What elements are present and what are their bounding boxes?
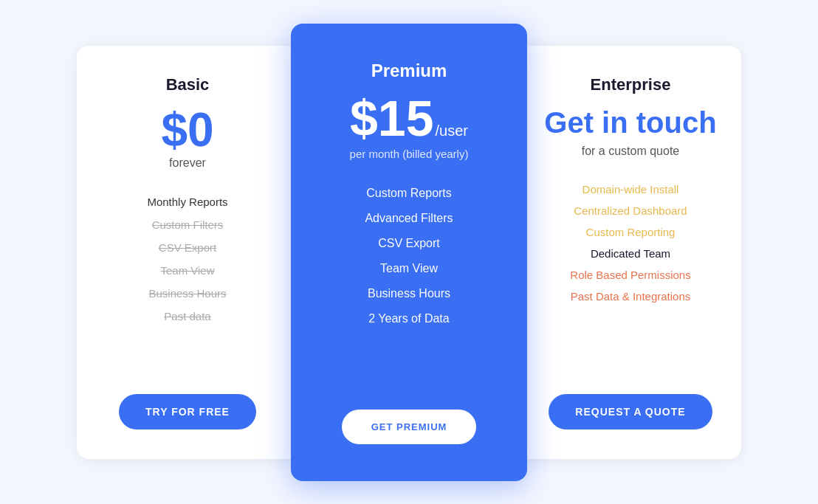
- pricing-container: Basic $0 forever Monthly Reports Custom …: [0, 24, 818, 481]
- premium-feature-1: Custom Reports: [313, 181, 505, 206]
- premium-billing-period: per month (billed yearly): [350, 148, 469, 160]
- enterprise-price-label: Get in touch: [544, 106, 716, 139]
- premium-card: Premium $15 /user per month (billed year…: [291, 24, 527, 481]
- enterprise-quote-label: for a custom quote: [582, 145, 680, 158]
- basic-plan-name: Basic: [166, 75, 210, 94]
- enterprise-cta-container: REQUEST A QUOTE: [542, 372, 719, 429]
- premium-price-unit: /user: [436, 122, 468, 139]
- basic-feature-5: Business Hours: [99, 282, 276, 305]
- basic-card: Basic $0 forever Monthly Reports Custom …: [77, 46, 298, 459]
- try-free-button[interactable]: TRY FOR FREE: [119, 394, 256, 429]
- basic-price: $0: [161, 106, 213, 153]
- enterprise-feature-1: Domain-wide Install: [542, 179, 719, 200]
- basic-period: forever: [169, 156, 206, 170]
- premium-features-list: Custom Reports Advanced Filters CSV Expo…: [313, 181, 505, 331]
- basic-feature-1: Monthly Reports: [99, 190, 276, 213]
- enterprise-feature-3: Custom Reporting: [542, 221, 719, 243]
- enterprise-feature-6: Past Data & Integrations: [542, 286, 719, 307]
- basic-feature-3: CSV Export: [99, 236, 276, 259]
- premium-feature-4: Team View: [313, 256, 505, 281]
- request-quote-button[interactable]: REQUEST A QUOTE: [549, 394, 712, 429]
- premium-feature-2: Advanced Filters: [313, 206, 505, 231]
- premium-feature-5: Business Hours: [313, 281, 505, 306]
- premium-plan-name: Premium: [371, 61, 447, 81]
- enterprise-feature-2: Centralized Dashboard: [542, 200, 719, 221]
- basic-feature-4: Team View: [99, 259, 276, 282]
- premium-price: $15: [350, 93, 433, 143]
- enterprise-feature-4: Dedicated Team: [542, 243, 719, 264]
- get-premium-button[interactable]: GET PREMIUM: [342, 410, 477, 444]
- enterprise-card: Enterprise Get in touch for a custom quo…: [520, 46, 741, 459]
- enterprise-features-list: Domain-wide Install Centralized Dashboar…: [542, 179, 719, 307]
- enterprise-plan-name: Enterprise: [591, 75, 671, 94]
- premium-price-row: $15 /user: [350, 93, 468, 143]
- basic-cta-container: TRY FOR FREE: [99, 372, 276, 429]
- basic-feature-6: Past data: [99, 305, 276, 328]
- premium-feature-6: 2 Years of Data: [313, 306, 505, 331]
- basic-feature-2: Custom Filters: [99, 213, 276, 236]
- basic-features-list: Monthly Reports Custom Filters CSV Expor…: [99, 190, 276, 328]
- enterprise-feature-5: Role Based Permissions: [542, 264, 719, 286]
- premium-feature-3: CSV Export: [313, 231, 505, 256]
- premium-cta-container: GET PREMIUM: [313, 387, 505, 444]
